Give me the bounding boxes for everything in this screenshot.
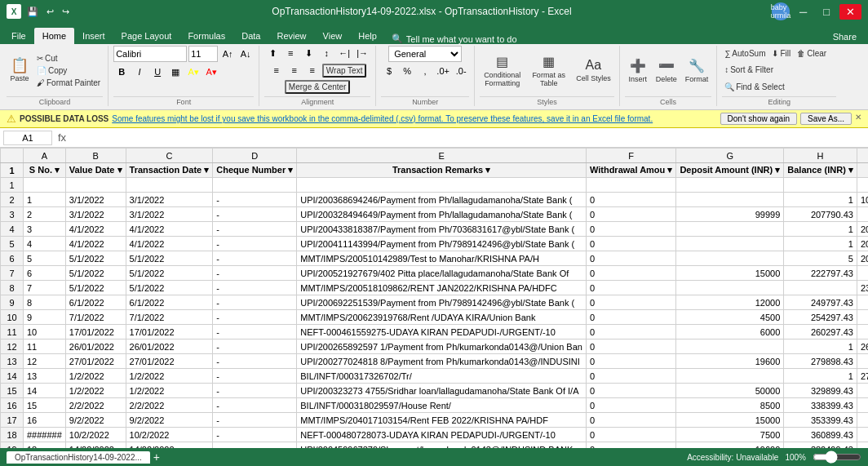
- cell[interactable]: -: [213, 295, 297, 310]
- cell[interactable]: 7: [24, 281, 66, 295]
- cell[interactable]: 19600: [676, 354, 784, 369]
- header-cell-1[interactable]: Value Date ▾: [65, 163, 126, 178]
- cell[interactable]: BIL/INFT/000318029597/House Rent/: [297, 398, 587, 413]
- cell[interactable]: [676, 340, 784, 354]
- cell[interactable]: 0: [586, 384, 675, 398]
- cell[interactable]: -: [213, 325, 297, 340]
- cell[interactable]: UPI/200328494649/Payment from Ph/lallagu…: [297, 207, 587, 222]
- cell[interactable]: 254297.43: [784, 310, 857, 325]
- cell[interactable]: 2: [24, 207, 66, 222]
- cell[interactable]: 3/1/2022: [126, 193, 213, 207]
- header-cell-8[interactable]: [857, 163, 868, 178]
- bold-button[interactable]: B: [113, 64, 130, 79]
- cell[interactable]: 5: [784, 251, 857, 266]
- cell[interactable]: [676, 178, 784, 193]
- cell[interactable]: 7/1/2022: [126, 310, 213, 325]
- cell[interactable]: MMT/IMPS/200623919768/Rent /UDAYA KIRA/U…: [297, 310, 587, 325]
- cell-reference-input[interactable]: [3, 131, 52, 145]
- cell[interactable]: [784, 178, 857, 193]
- indent-increase-button[interactable]: |→: [354, 46, 370, 60]
- cell[interactable]: -: [213, 354, 297, 369]
- fill-color-button[interactable]: A▾: [185, 64, 202, 79]
- cell[interactable]: 15000: [676, 413, 784, 428]
- cell[interactable]: 207790.43: [784, 207, 857, 222]
- cell[interactable]: 1: [784, 369, 857, 384]
- cell[interactable]: NEFT-000480728073-UDAYA KIRAN PEDAPUDI-/…: [297, 428, 587, 442]
- cell[interactable]: 0: [586, 207, 675, 222]
- add-sheet-button[interactable]: +: [153, 450, 160, 464]
- left-align-button[interactable]: ≡: [268, 63, 285, 78]
- cell[interactable]: 338399.43: [784, 398, 857, 413]
- center-align-button[interactable]: ≡: [286, 63, 303, 78]
- cell[interactable]: [297, 178, 587, 193]
- cell[interactable]: 260298.43: [857, 340, 868, 354]
- cell[interactable]: 207787.43: [857, 251, 868, 266]
- col-header-g[interactable]: G: [676, 149, 784, 163]
- align-top-button[interactable]: ⬆: [264, 46, 281, 60]
- conditional-formatting-button[interactable]: ▤ Conditional Formatting: [480, 52, 525, 89]
- cell[interactable]: 0: [586, 193, 675, 207]
- minimize-button[interactable]: ─: [793, 4, 813, 20]
- cell[interactable]: 26/01/2022: [65, 340, 126, 354]
- col-header-b[interactable]: B: [65, 149, 126, 163]
- header-cell-6[interactable]: Deposit Amount (INR) ▾: [676, 163, 784, 178]
- copy-button[interactable]: 📄 Copy: [34, 65, 103, 76]
- cell[interactable]: -: [213, 207, 297, 222]
- cell[interactable]: [676, 237, 784, 251]
- cell[interactable]: -: [213, 413, 297, 428]
- cell[interactable]: -: [213, 369, 297, 384]
- cell[interactable]: 9: [24, 310, 66, 325]
- cell[interactable]: BIL/INFT/000317326702/Tr/: [297, 369, 587, 384]
- percent-button[interactable]: %: [399, 64, 415, 78]
- cell[interactable]: 0: [586, 413, 675, 428]
- delete-cells-button[interactable]: ➖ Delete: [653, 56, 680, 85]
- cell[interactable]: -: [213, 266, 297, 281]
- wrap-text-button[interactable]: Wrap Text: [322, 64, 367, 78]
- cell[interactable]: [857, 398, 868, 413]
- warning-close-icon[interactable]: ✕: [855, 113, 861, 125]
- cell[interactable]: 0: [586, 442, 675, 449]
- cell[interactable]: 13: [24, 369, 66, 384]
- cell[interactable]: UPI/200323273 4755/Sridhar loan/lallagud…: [297, 384, 587, 398]
- cell[interactable]: 26/01/2022: [126, 340, 213, 354]
- cell[interactable]: 10/2/2022: [65, 428, 126, 442]
- cell[interactable]: NEFT-000461559275-UDAYA KIRAN PEDAPUDI-/…: [297, 325, 587, 340]
- cell[interactable]: 207792.43: [857, 237, 868, 251]
- cell[interactable]: 0: [586, 266, 675, 281]
- cell[interactable]: 15: [24, 398, 66, 413]
- cell[interactable]: 0: [586, 340, 675, 354]
- cell[interactable]: [857, 266, 868, 281]
- cell[interactable]: 5/1/2022: [65, 281, 126, 295]
- cell[interactable]: 14/02/2022: [65, 442, 126, 449]
- decimal-decrease-button[interactable]: .0-: [453, 64, 469, 78]
- text-direction-button[interactable]: ↕: [318, 46, 334, 60]
- tab-file[interactable]: File: [3, 28, 34, 44]
- cell[interactable]: 0: [586, 398, 675, 413]
- col-header-f[interactable]: F: [586, 149, 675, 163]
- cell[interactable]: 9/2/2022: [126, 413, 213, 428]
- border-button[interactable]: ▦: [167, 64, 184, 79]
- cell[interactable]: 0: [586, 237, 675, 251]
- cell[interactable]: [857, 354, 868, 369]
- cell[interactable]: #######: [24, 428, 66, 442]
- cell[interactable]: 6000: [676, 325, 784, 340]
- cell[interactable]: 0: [586, 354, 675, 369]
- cell[interactable]: -: [213, 428, 297, 442]
- cell[interactable]: 4/1/2022: [126, 237, 213, 251]
- underline-button[interactable]: U: [149, 64, 166, 79]
- find-select-button[interactable]: 🔍 Find & Select: [722, 82, 786, 92]
- font-color-button[interactable]: A▾: [203, 64, 219, 79]
- cell[interactable]: 3/1/2022: [126, 207, 213, 222]
- cell[interactable]: [676, 222, 784, 237]
- cell[interactable]: 11: [24, 340, 66, 354]
- cell[interactable]: 15000: [676, 266, 784, 281]
- cell[interactable]: 1: [784, 193, 857, 207]
- cell[interactable]: 249797.43: [784, 295, 857, 310]
- cell[interactable]: 7500: [676, 428, 784, 442]
- zoom-slider[interactable]: [813, 450, 861, 464]
- cell[interactable]: 16: [24, 413, 66, 428]
- cell[interactable]: 1: [784, 237, 857, 251]
- header-cell-5[interactable]: Withdrawal Amou ▾: [586, 163, 675, 178]
- cell[interactable]: 222797.43: [784, 266, 857, 281]
- header-cell-2[interactable]: Transaction Date ▾: [126, 163, 213, 178]
